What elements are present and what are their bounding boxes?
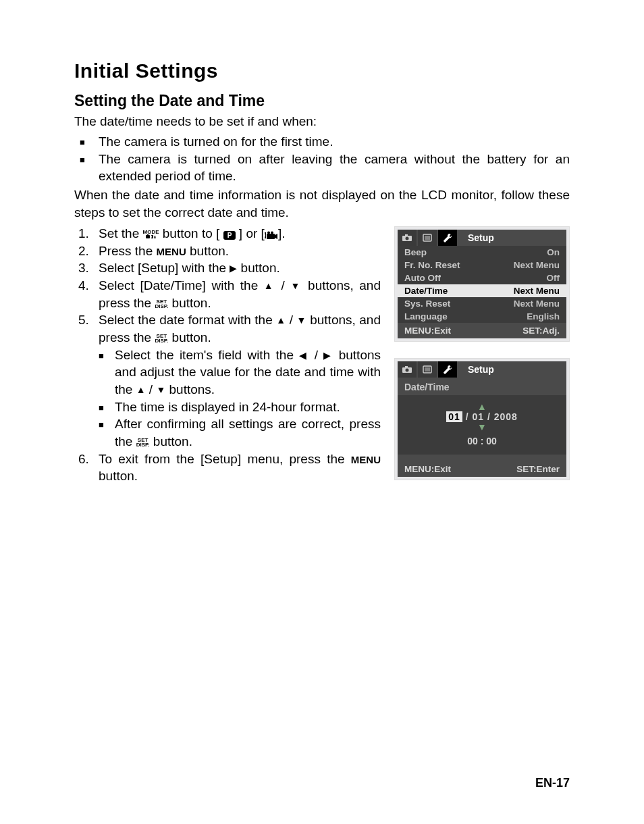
step-text: Press the <box>99 244 157 258</box>
lcd-foot-left: MENU:Exit <box>404 326 451 336</box>
tab-wrench-icon <box>438 230 457 246</box>
svg-text:P: P <box>227 232 232 239</box>
svg-point-14 <box>406 237 409 240</box>
step-text: ] or [ <box>236 226 265 240</box>
step-text: button. <box>186 244 229 258</box>
sub-item: Select the item's field with the ◀ / ▶ b… <box>115 346 381 398</box>
slash: / <box>146 382 157 396</box>
sub-item: After confirming all settings are correc… <box>115 415 381 450</box>
step-item: Select [Setup] with the ▶ button. <box>99 259 381 277</box>
up-arrow-icon: ▲ <box>276 315 286 326</box>
step-text: Set the <box>99 226 143 240</box>
svg-point-21 <box>406 369 409 372</box>
menu-row-selected: Date/TimeNext Menu <box>398 284 566 297</box>
step-item: Select [Date/Time] with the ▲ / ▼ button… <box>99 277 381 311</box>
bullet-item: The camera is turned on after leaving th… <box>99 151 570 185</box>
down-arrow-icon: ▼ <box>156 384 165 395</box>
menu-row: BeepOn <box>398 246 566 259</box>
menu-row: Fr. No. ResetNext Menu <box>398 259 566 272</box>
step-text: Select the item's field with the <box>115 348 299 362</box>
step-text: Select the date format with the <box>99 313 276 327</box>
date-value: 01 / 01 / 2008 <box>398 411 566 422</box>
svg-point-3 <box>154 236 155 237</box>
video-mode-icon <box>265 231 278 240</box>
step-text: Select [Setup] with the <box>99 261 230 275</box>
steps-list: Set the MODE button to [ P ] or []. Pres… <box>74 225 381 485</box>
svg-rect-0 <box>146 235 150 238</box>
datetime-heading: Date/Time <box>404 382 560 395</box>
tab-camera-icon <box>398 230 417 246</box>
up-arrow-icon: ▲ <box>264 280 275 291</box>
up-arrow-icon: ▲ <box>398 402 566 411</box>
lcd-foot-right: SET:Enter <box>516 464 560 474</box>
section-title: Setting the Date and Time <box>74 92 570 110</box>
step-item: To exit from the [Setup] menu, press the… <box>99 450 381 485</box>
svg-marker-2 <box>151 235 153 238</box>
lcd-foot-right: SET:Adj. <box>522 326 560 336</box>
tab-camera-icon <box>398 361 417 378</box>
mode-button-icon: MODE <box>143 230 159 240</box>
lcd-title: Setup <box>458 230 494 246</box>
step-item: Set the MODE button to [ P ] or []. <box>99 225 381 242</box>
tab-list-icon <box>418 361 437 378</box>
svg-point-9 <box>271 232 273 234</box>
set-disp-button-icon: SETDISP. <box>136 438 150 447</box>
slash: / <box>308 348 323 362</box>
set-disp-button-icon: SETDISP. <box>155 299 168 309</box>
lcd-datetime-screen: Setup Date/Time ▲ 01 / 01 / 2008 ▼ 00 : … <box>394 358 570 480</box>
svg-marker-7 <box>265 232 266 238</box>
step-text: button. <box>168 330 211 344</box>
svg-rect-1 <box>147 234 149 236</box>
set-disp-button-icon: SETDISP. <box>155 334 168 343</box>
menu-row: Sys. ResetNext Menu <box>398 297 566 310</box>
svg-point-8 <box>267 232 270 234</box>
svg-rect-20 <box>405 366 408 368</box>
tab-list-icon <box>418 230 437 246</box>
menu-button-label: MENU <box>351 453 381 465</box>
svg-marker-11 <box>275 234 277 239</box>
down-arrow-icon: ▼ <box>398 422 566 432</box>
slash: / <box>275 278 290 292</box>
bullet-item: The camera is turned on for the first ti… <box>99 133 570 151</box>
p-mode-icon: P <box>223 231 236 240</box>
menu-button-label: MENU <box>157 246 186 257</box>
right-arrow-icon: ▶ <box>323 350 333 361</box>
lcd-foot-left: MENU:Exit <box>404 464 451 474</box>
time-value: 00 : 00 <box>398 436 566 446</box>
step-item: Press the MENU button. <box>99 242 381 260</box>
page-title: Initial Settings <box>74 59 570 82</box>
page-number: EN-17 <box>535 776 570 790</box>
sub-list: Select the item's field with the ◀ / ▶ b… <box>99 346 381 450</box>
down-arrow-icon: ▼ <box>297 315 306 326</box>
lcd-setup-menu: Setup BeepOn Fr. No. ResetNext Menu Auto… <box>394 226 570 342</box>
step-text: buttons. <box>165 382 215 396</box>
sub-item: The time is displayed in 24-hour format. <box>115 398 381 416</box>
svg-rect-4 <box>154 237 155 238</box>
step-item: Select the date format with the ▲ / ▼ bu… <box>99 311 381 450</box>
right-arrow-icon: ▶ <box>230 263 237 274</box>
menu-row: Auto OffOff <box>398 272 566 284</box>
step-text: To exit from the [Setup] menu, press the <box>99 452 351 466</box>
step-text: ]. <box>278 226 286 240</box>
step-text: button. <box>150 434 192 448</box>
step-text: button. <box>99 469 138 483</box>
instruction-para: When the date and time information is no… <box>74 186 570 221</box>
svg-rect-10 <box>267 234 275 239</box>
menu-row: LanguageEnglish <box>398 310 566 323</box>
up-arrow-icon: ▲ <box>136 384 146 395</box>
step-text: Select [Date/Time] with the <box>99 278 264 292</box>
step-text: button. <box>168 296 211 310</box>
down-arrow-icon: ▼ <box>290 280 302 291</box>
lcd-title: Setup <box>458 361 494 378</box>
intro-text: The date/time needs to be set if and whe… <box>74 114 570 129</box>
left-arrow-icon: ◀ <box>299 350 308 361</box>
step-text: button to [ <box>159 226 223 240</box>
tab-wrench-icon <box>438 361 457 378</box>
conditions-list: The camera is turned on for the first ti… <box>74 133 570 185</box>
slash: / <box>286 313 296 327</box>
step-text: button. <box>237 261 279 275</box>
svg-rect-13 <box>405 234 408 236</box>
